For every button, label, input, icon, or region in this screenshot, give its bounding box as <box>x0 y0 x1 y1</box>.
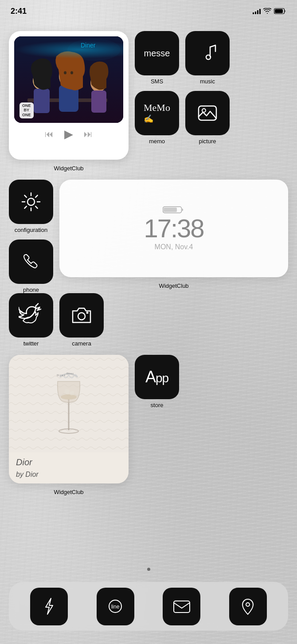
flash-icon <box>39 596 60 617</box>
twitter-icon <box>19 303 43 328</box>
svg-point-28 <box>61 394 77 400</box>
dock-mail-app[interactable] <box>163 588 200 625</box>
widgetclub-music-widget[interactable]: Diner ONE BY ONE ⏮ ▶ ⏭ WidgetClub <box>9 31 129 172</box>
music-note-icon <box>195 41 220 66</box>
twitter-app[interactable]: twitter <box>9 293 53 347</box>
appstore-label: store <box>151 402 164 408</box>
top-app-row: messe SMS music <box>135 31 230 85</box>
appstore-app[interactable]: App store <box>135 355 179 408</box>
widgetclub-music-label: WidgetClub <box>54 165 83 172</box>
next-button[interactable]: ⏭ <box>84 129 93 139</box>
dock-maps-app[interactable] <box>229 588 267 625</box>
signal-bars-icon <box>253 8 261 14</box>
svg-rect-35 <box>174 601 190 613</box>
twitter-label: twitter <box>23 340 39 347</box>
sms-app[interactable]: messe SMS <box>135 31 179 85</box>
phone-icon-box[interactable] <box>9 240 53 284</box>
svg-point-18 <box>27 198 35 205</box>
page-indicator <box>0 568 297 571</box>
row-4: Dior Dior Dior by Dior WidgetClub <box>9 355 288 495</box>
row-1: Diner ONE BY ONE ⏮ ▶ ⏭ WidgetClub <box>9 31 288 172</box>
widgetclub-dior-label: WidgetClub <box>54 489 83 495</box>
dock-flash-app[interactable] <box>30 588 68 625</box>
left-app-col: configuration phone <box>9 180 53 293</box>
appstore-icon-box[interactable]: App <box>135 355 179 399</box>
status-icons <box>253 8 286 14</box>
phone-icon <box>19 249 43 274</box>
svg-rect-11 <box>34 89 50 113</box>
row-2: configuration phone <box>9 180 288 293</box>
memo-icon-box[interactable]: MeMo✍ <box>135 91 179 135</box>
clock-battery-icon <box>163 206 185 214</box>
dior-image-art: Dior Dior <box>9 355 129 452</box>
svg-point-17 <box>202 109 206 112</box>
status-time: 2:41 <box>11 7 27 16</box>
dock: line <box>9 582 288 631</box>
right-app-grid: messe SMS music <box>135 31 230 145</box>
svg-rect-1 <box>275 9 283 13</box>
sms-label: SMS <box>151 78 163 85</box>
prev-button[interactable]: ⏮ <box>45 129 54 139</box>
configuration-label: configuration <box>15 227 47 233</box>
clock-time-display: 17:38 <box>144 216 203 241</box>
configuration-icon-box[interactable] <box>9 180 53 224</box>
configuration-app[interactable]: configuration <box>9 180 53 233</box>
status-bar: 2:41 <box>0 0 297 22</box>
memo-icon-text: MeMo✍ <box>144 102 170 124</box>
music-controls[interactable]: ⏮ ▶ ⏭ <box>14 127 123 141</box>
appstore-icon-text: App <box>145 369 168 385</box>
wifi-icon <box>263 8 271 14</box>
camera-icon-box[interactable] <box>59 293 104 338</box>
music-app[interactable]: music <box>185 31 230 85</box>
memo-app[interactable]: MeMo✍ memo <box>135 91 179 145</box>
home-screen-content: Diner ONE BY ONE ⏮ ▶ ⏭ WidgetClub <box>0 22 297 644</box>
mail-icon <box>171 596 192 617</box>
sms-icon-text: messe <box>144 48 170 59</box>
picture-app[interactable]: picture <box>185 91 230 145</box>
svg-point-22 <box>87 312 88 314</box>
dior-book-text: Dior by Dior <box>16 456 39 479</box>
picture-icon-box[interactable] <box>185 91 230 135</box>
twitter-icon-box[interactable] <box>9 293 53 338</box>
svg-rect-16 <box>199 106 216 120</box>
svg-rect-13 <box>91 90 106 113</box>
svg-text:Dior: Dior <box>57 373 66 377</box>
svg-point-8 <box>64 71 66 75</box>
memo-label: memo <box>149 138 165 145</box>
phone-app[interactable]: phone <box>9 240 53 293</box>
svg-text:line: line <box>111 604 120 610</box>
play-button[interactable]: ▶ <box>64 127 73 141</box>
sms-icon-box[interactable]: messe <box>135 31 179 75</box>
clock-date-display: MON, Nov.4 <box>155 243 193 251</box>
page-dot-1 <box>147 568 150 571</box>
picture-label: picture <box>199 138 216 145</box>
clock-widget[interactable]: 17:38 MON, Nov.4 WidgetClub <box>59 180 288 289</box>
battery-icon <box>274 8 286 14</box>
svg-point-9 <box>70 71 73 75</box>
settings-icon <box>19 189 43 214</box>
camera-app[interactable]: camera <box>59 293 104 347</box>
svg-text:Dior: Dior <box>66 372 74 375</box>
row-3: twitter camera <box>9 293 288 347</box>
album-label: ONE BY ONE <box>20 102 34 118</box>
svg-point-21 <box>78 313 85 320</box>
camera-icon <box>69 303 94 328</box>
svg-point-36 <box>246 603 250 606</box>
line-icon: line <box>105 596 126 617</box>
phone-label: phone <box>23 287 39 293</box>
camera-label: camera <box>72 340 91 347</box>
widgetclub-dior-widget[interactable]: Dior Dior Dior by Dior WidgetClub <box>9 355 129 495</box>
bottom-app-row: MeMo✍ memo picture <box>135 91 230 145</box>
svg-rect-20 <box>164 208 177 212</box>
music-label: music <box>200 78 215 85</box>
widgetclub-clock-label: WidgetClub <box>159 283 188 289</box>
maps-icon <box>237 596 258 617</box>
picture-icon <box>195 101 220 126</box>
music-icon-box[interactable] <box>185 31 230 75</box>
dock-line-app[interactable]: line <box>97 588 134 625</box>
svg-rect-30 <box>70 391 74 395</box>
